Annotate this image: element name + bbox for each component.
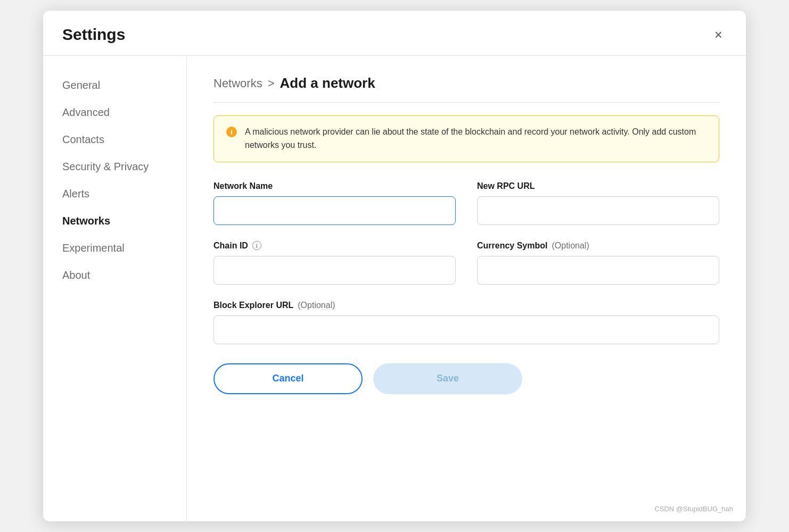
chain-id-label: Chain ID i [213, 241, 456, 251]
watermark: CSDN @StupidBUG_hah [654, 505, 733, 513]
currency-symbol-label: Currency Symbol (Optional) [477, 241, 719, 251]
modal-body: General Advanced Contacts Security & Pri… [43, 56, 746, 521]
content-area: Networks > Add a network i A malicious n… [187, 56, 746, 521]
sidebar-item-about[interactable]: About [43, 262, 186, 289]
warning-icon: i [226, 126, 237, 140]
breadcrumb-current: Add a network [280, 75, 375, 92]
chain-id-input[interactable] [213, 256, 456, 285]
sidebar-item-contacts[interactable]: Contacts [43, 126, 186, 153]
sidebar-item-experimental[interactable]: Experimental [43, 235, 186, 262]
form-grid: Network Name New RPC URL Chain ID i [213, 181, 719, 344]
cancel-button[interactable]: Cancel [213, 363, 363, 394]
sidebar: General Advanced Contacts Security & Pri… [43, 56, 187, 521]
breadcrumb-parent[interactable]: Networks [213, 77, 262, 90]
sidebar-item-alerts[interactable]: Alerts [43, 180, 186, 207]
currency-symbol-input[interactable] [477, 256, 719, 285]
breadcrumb-separator: > [268, 77, 275, 90]
rpc-url-input[interactable] [477, 196, 719, 225]
modal-title: Settings [62, 26, 125, 44]
chain-id-info-icon[interactable]: i [252, 241, 261, 250]
settings-modal: Settings × General Advanced Contacts Sec… [43, 11, 746, 521]
currency-symbol-optional: (Optional) [552, 241, 589, 251]
rpc-url-label: New RPC URL [477, 181, 719, 191]
block-explorer-optional: (Optional) [298, 301, 335, 310]
form-actions: Cancel Save [213, 363, 719, 394]
form-group-block-explorer: Block Explorer URL (Optional) [213, 301, 719, 344]
warning-text: A malicious network provider can lie abo… [245, 126, 707, 152]
sidebar-item-security-privacy[interactable]: Security & Privacy [43, 153, 186, 180]
sidebar-item-advanced[interactable]: Advanced [43, 99, 186, 126]
form-group-network-name: Network Name [213, 181, 456, 225]
block-explorer-url-input[interactable] [213, 315, 719, 344]
form-group-chain-id: Chain ID i [213, 241, 456, 285]
sidebar-item-general[interactable]: General [43, 72, 186, 99]
sidebar-item-networks[interactable]: Networks [43, 207, 186, 235]
breadcrumb: Networks > Add a network [213, 75, 719, 103]
form-group-currency-symbol: Currency Symbol (Optional) [477, 241, 719, 285]
save-button[interactable]: Save [373, 363, 522, 394]
warning-banner: i A malicious network provider can lie a… [213, 115, 719, 162]
block-explorer-label: Block Explorer URL (Optional) [213, 301, 719, 310]
network-name-label: Network Name [213, 181, 456, 191]
svg-text:i: i [231, 128, 233, 136]
form-group-rpc-url: New RPC URL [477, 181, 719, 225]
network-name-input[interactable] [213, 196, 456, 225]
close-button[interactable]: × [710, 26, 727, 44]
modal-header: Settings × [43, 11, 746, 56]
